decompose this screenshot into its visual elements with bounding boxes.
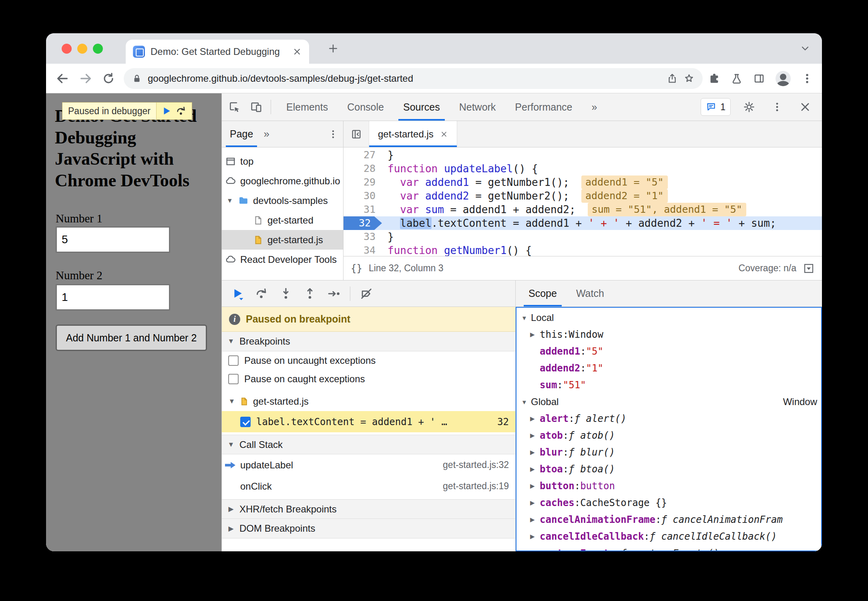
devtools-menu-kebab-icon[interactable] [768, 97, 787, 117]
step-icon[interactable] [323, 284, 344, 303]
triangle-right-icon[interactable]: ▶ [530, 550, 540, 551]
triangle-down-icon[interactable]: ▼ [521, 315, 531, 321]
code-line[interactable]: 31 var sum = addend1 + addend2; sum = "5… [344, 203, 822, 216]
triangle-right-icon[interactable]: ▶ [530, 533, 540, 540]
tree-item-top[interactable]: top [222, 151, 343, 171]
scope-prop-blur[interactable]: ▶ blur: ƒ blur() [516, 444, 821, 461]
triangle-right-icon[interactable]: ▶ [530, 415, 540, 422]
tab-close-icon[interactable] [292, 47, 302, 56]
triangle-right-icon[interactable]: ▶ [530, 516, 540, 523]
code-line-paused[interactable]: 32 label.textContent = addend1 + ' + ' +… [344, 216, 822, 230]
tab-network[interactable]: Network [450, 93, 506, 121]
tab-performance[interactable]: Performance [505, 93, 582, 121]
new-tab-button[interactable] [323, 39, 343, 58]
breakpoint-file-group[interactable]: ▼ get-started.js [222, 391, 515, 411]
scope-prop-btoa[interactable]: ▶ btoa: ƒ btoa() [516, 461, 821, 478]
scope-prop-button[interactable]: ▶ button: button [516, 478, 821, 494]
tab-watch[interactable]: Watch [567, 280, 614, 307]
code-editor[interactable]: 27 } 28 function updateLabel() { 29 var … [344, 147, 822, 256]
scope-prop-addend1[interactable]: addend1: "5" [516, 343, 821, 360]
code-line[interactable]: 30 var addend2 = getNumber2(); addend2 =… [344, 189, 822, 203]
scope-prop-addend2[interactable]: addend2: "1" [516, 360, 821, 377]
navigator-tab-page[interactable]: Page [222, 121, 261, 147]
scope-prop-captureevents[interactable]: ▶ captureEvents: ƒ captureEvents() [516, 545, 821, 551]
scope-prop-caches[interactable]: ▶ caches: CacheStorage {} [516, 494, 821, 511]
extensions-puzzle-icon[interactable] [708, 73, 720, 85]
scope-prop-atob[interactable]: ▶ atob: ƒ atob() [516, 427, 821, 444]
dom-breakpoints-section-header[interactable]: ▶ DOM Breakpoints [222, 519, 515, 538]
triangle-right-icon[interactable]: ▶ [530, 482, 540, 490]
deactivate-breakpoints-icon[interactable] [356, 284, 377, 303]
pause-uncaught-row[interactable]: Pause on uncaught exceptions [222, 351, 515, 370]
reload-icon[interactable] [102, 72, 115, 85]
scope-prop-cancelanimationframe[interactable]: ▶ canc­elAnimationFrame: ƒ cancelAnimati… [516, 511, 821, 528]
triangle-right-icon[interactable]: ▶ [530, 466, 540, 473]
pretty-print-button[interactable]: {} [351, 263, 362, 274]
browser-menu-kebab-icon[interactable] [801, 73, 813, 85]
minimize-window-button[interactable] [77, 44, 87, 54]
navigator-kebab-icon[interactable] [328, 129, 343, 139]
navigator-more-tabs[interactable]: » [261, 128, 271, 140]
step-over-icon[interactable] [251, 284, 272, 303]
triangle-right-icon[interactable]: ▶ [530, 449, 540, 456]
tree-item-domain[interactable]: googlechrome.github.io [222, 171, 343, 191]
scope-section-local[interactable]: ▼ Local [516, 309, 821, 326]
lock-icon[interactable] [132, 73, 142, 84]
number1-input[interactable] [56, 226, 170, 253]
number2-input[interactable] [56, 284, 170, 311]
bookmark-star-icon[interactable] [683, 73, 695, 84]
flask-icon[interactable] [731, 73, 743, 85]
address-bar[interactable]: googlechrome.github.io/devtools-samples/… [124, 68, 703, 89]
line-number[interactable]: 34 [344, 244, 382, 256]
editor-tab-get-started-js[interactable]: get-started.js [369, 121, 457, 147]
breakpoints-section-header[interactable]: ▼ Breakpoints [222, 332, 515, 351]
line-number[interactable]: 31 [344, 203, 382, 216]
line-number[interactable]: 29 [344, 175, 382, 189]
tab-console[interactable]: Console [338, 93, 394, 121]
checkbox-checked[interactable] [240, 417, 251, 427]
scope-prop-sum[interactable]: sum: "51" [516, 377, 821, 393]
line-number[interactable]: 33 [344, 230, 382, 244]
close-window-button[interactable] [62, 44, 72, 54]
browser-tab[interactable]: Demo: Get Started Debugging [126, 40, 309, 64]
checkbox-unchecked[interactable] [228, 355, 239, 366]
call-stack-frame[interactable]: onClick get-started.js:19 [222, 476, 515, 497]
code-line[interactable]: 29 var addend1 = getNumber1(); addend1 =… [344, 175, 822, 189]
tree-item-file[interactable]: get-started [222, 210, 343, 230]
overlay-resume-icon[interactable] [161, 106, 172, 116]
side-panel-icon[interactable] [753, 73, 765, 85]
overlay-step-over-icon[interactable] [176, 105, 187, 117]
line-number[interactable]: 27 [344, 148, 382, 162]
tab-elements[interactable]: Elements [277, 93, 338, 121]
execution-line-marker[interactable]: 32 [344, 216, 382, 230]
triangle-down-icon[interactable]: ▼ [521, 399, 531, 405]
step-into-icon[interactable] [275, 284, 296, 303]
devtools-close-icon[interactable] [796, 97, 815, 117]
resume-script-icon[interactable] [227, 284, 248, 303]
more-tabs-chevrons[interactable]: » [582, 93, 607, 121]
xhr-breakpoints-section-header[interactable]: ▶ XHR/fetch Breakpoints [222, 499, 515, 519]
inspect-element-icon[interactable] [225, 97, 244, 117]
triangle-right-icon[interactable]: ▶ [530, 432, 540, 439]
line-number[interactable]: 28 [344, 162, 382, 175]
tree-item-file-selected[interactable]: get-started.js [222, 230, 343, 250]
share-icon[interactable] [667, 73, 678, 84]
scope-prop-alert[interactable]: ▶ alert: ƒ alert() [516, 410, 821, 427]
breakpoint-entry[interactable]: label.textContent = addend1 + ' … 32 [222, 411, 515, 432]
pause-caught-row[interactable]: Pause on caught exceptions [222, 370, 515, 388]
coverage-icon[interactable] [803, 262, 815, 274]
call-stack-section-header[interactable]: ▼ Call Stack [222, 435, 515, 454]
tree-item-folder[interactable]: ▼ devtools-samples [222, 191, 343, 210]
settings-gear-icon[interactable] [739, 97, 759, 117]
checkbox-unchecked[interactable] [228, 374, 239, 384]
scope-prop-cancelidlecallback[interactable]: ▶ cancelIdleCallback: ƒ cancelIdleCallba… [516, 528, 821, 545]
code-line[interactable]: 27 } [344, 148, 822, 162]
code-line[interactable]: 33 } [344, 230, 822, 244]
hide-navigator-icon[interactable] [344, 121, 369, 147]
scope-section-global[interactable]: ▼ Global Window [516, 393, 821, 410]
editor-tab-close-icon[interactable] [440, 130, 448, 138]
tab-sources[interactable]: Sources [394, 93, 450, 121]
device-toolbar-icon[interactable] [247, 97, 266, 117]
triangle-right-icon[interactable]: ▶ [530, 331, 540, 338]
triangle-down-icon[interactable]: ▼ [228, 397, 235, 405]
